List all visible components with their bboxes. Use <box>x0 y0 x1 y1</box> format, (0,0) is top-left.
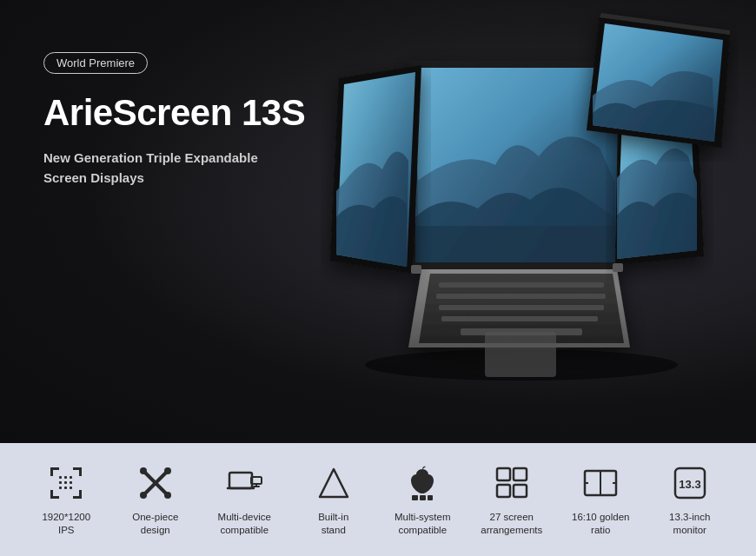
svg-rect-25 <box>70 486 72 489</box>
svg-rect-17 <box>59 476 62 479</box>
svg-rect-23 <box>59 486 62 489</box>
svg-rect-8 <box>485 332 556 377</box>
svg-rect-18 <box>64 476 67 479</box>
svg-rect-16 <box>79 490 82 499</box>
svg-rect-12 <box>79 467 82 476</box>
svg-rect-7 <box>613 263 623 272</box>
feature-resolution: 1920*1200IPS <box>31 462 101 537</box>
hero-text-block: World Premiere ArieScreen 13S New Genera… <box>43 52 305 188</box>
svg-rect-1 <box>439 282 604 288</box>
svg-rect-20 <box>59 481 62 484</box>
feature-multi-device-label: Multi-devicecompatible <box>218 511 271 537</box>
svg-rect-38 <box>420 495 426 500</box>
svg-rect-3 <box>439 305 604 310</box>
svg-rect-41 <box>514 468 527 480</box>
svg-rect-43 <box>514 485 527 497</box>
feature-one-piece-label: One-piecedesign <box>132 511 178 537</box>
svg-point-28 <box>140 467 147 474</box>
feature-size-label: 13.3-inchmonitor <box>669 511 710 537</box>
product-image <box>287 9 739 382</box>
svg-rect-42 <box>497 485 510 497</box>
feature-arrangements-label: 27 screenarrangements <box>481 511 542 537</box>
multi-device-icon <box>223 462 265 504</box>
feature-size: 13.3 13.3-inchmonitor <box>655 462 725 537</box>
product-title: ArieScreen 13S <box>43 93 305 133</box>
svg-rect-32 <box>229 473 252 488</box>
svg-rect-10 <box>50 467 53 476</box>
multi-system-icon <box>401 462 443 504</box>
world-premiere-badge: World Premiere <box>43 52 148 74</box>
svg-rect-40 <box>497 468 510 480</box>
feature-resolution-label: 1920*1200IPS <box>42 511 90 537</box>
feature-one-piece: One-piecedesign <box>121 462 190 537</box>
svg-rect-4 <box>441 316 598 321</box>
stand-icon <box>313 462 355 504</box>
feature-ratio: 16:10 goldenratio <box>566 462 635 537</box>
product-subtitle: New Generation Triple Expandable Screen … <box>43 149 261 188</box>
svg-text:13.3: 13.3 <box>679 478 700 491</box>
feature-ratio-label: 16:10 goldenratio <box>572 511 630 537</box>
feature-multi-device: Multi-devicecompatible <box>209 462 279 537</box>
features-bar: 1920*1200IPS One-piecedesign <box>0 443 756 556</box>
svg-point-29 <box>164 492 171 499</box>
page-container: World Premiere ArieScreen 13S New Genera… <box>0 0 756 556</box>
svg-rect-39 <box>428 495 433 500</box>
ratio-icon <box>580 462 621 504</box>
svg-point-31 <box>140 492 147 499</box>
one-piece-icon <box>135 462 176 504</box>
feature-multi-system-label: Multi-systemcompatible <box>395 511 451 537</box>
feature-stand: Built-instand <box>299 462 368 537</box>
svg-point-30 <box>164 467 171 474</box>
grid-icon <box>491 462 533 504</box>
svg-rect-14 <box>50 490 53 499</box>
resolution-icon <box>45 462 87 504</box>
svg-rect-2 <box>436 294 606 299</box>
hero-section: World Premiere ArieScreen 13S New Genera… <box>0 0 756 443</box>
svg-rect-24 <box>64 486 67 489</box>
size-icon: 13.3 <box>669 462 711 504</box>
svg-rect-22 <box>70 481 72 484</box>
svg-rect-6 <box>411 265 421 274</box>
svg-rect-19 <box>70 476 72 479</box>
feature-multi-system: Multi-systemcompatible <box>388 462 457 537</box>
svg-rect-21 <box>64 481 67 484</box>
svg-rect-37 <box>412 495 418 500</box>
feature-arrangements: 27 screenarrangements <box>477 462 547 537</box>
feature-stand-label: Built-instand <box>318 511 348 537</box>
